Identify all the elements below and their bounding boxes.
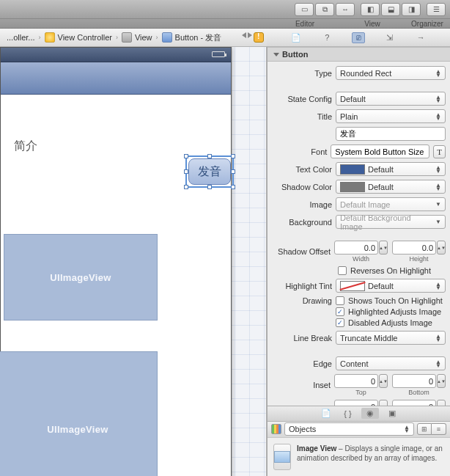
version-editor-button[interactable]: ↔ — [336, 3, 355, 16]
inset-top-field[interactable]: 0 — [334, 374, 378, 388]
inspector-tabbar: 📄 ? ≡ ⎚ ⇲ → — [267, 29, 450, 47]
highlighted-checkbox[interactable]: ✓ — [336, 307, 344, 316]
disabled-checkbox[interactable]: ✓ — [336, 318, 344, 327]
inspector-section-header[interactable]: Button — [268, 47, 450, 62]
reverses-checkbox[interactable] — [338, 266, 347, 275]
font-display — [331, 144, 429, 158]
object-library-tab[interactable]: ◉ — [361, 408, 379, 419]
section-title-text: Button — [282, 50, 308, 59]
inset-bottom-stepper[interactable]: ▲▼ — [437, 374, 446, 388]
height-sublabel: Height — [409, 255, 428, 263]
shadow-width-field[interactable]: 0.0 — [334, 241, 378, 255]
inspector-pane: Button Type Rounded Rect▲▼ State Config … — [267, 47, 450, 476]
linebreak-label: Line Break — [272, 334, 332, 343]
highlighttint-label: Highlight Tint — [272, 282, 332, 290]
type-popup[interactable]: Rounded Rect▲▼ — [336, 66, 446, 80]
shadow-width-stepper[interactable]: ▲▼ — [379, 241, 388, 255]
editor-label: Editor — [274, 20, 336, 28]
font-label: Font — [272, 147, 327, 156]
stateconfig-popup[interactable]: Default▲▼ — [336, 92, 446, 106]
view-left-button[interactable]: ◧ — [361, 3, 380, 16]
shadowcolor-popup[interactable]: Default▲▼ — [336, 180, 446, 194]
view-content[interactable]: 简介 发音 UIImageView UIImageView — [1, 95, 231, 476]
media-library-tab[interactable]: ▣ — [383, 408, 401, 419]
warning-icon[interactable] — [254, 32, 264, 43]
viewcontroller-icon — [45, 32, 55, 43]
identity-inspector-tab[interactable]: ≡ — [352, 32, 365, 43]
edge-label: Edge — [272, 359, 332, 368]
breadcrumb-root[interactable]: ...oller... — [3, 33, 39, 42]
textcolor-popup[interactable]: Default▲▼ — [336, 162, 446, 176]
connections-inspector-tab[interactable]: → — [414, 32, 427, 43]
view-segment[interactable]: ◧ ⬓ ◨ — [361, 3, 421, 16]
drawing-label: Drawing — [272, 296, 332, 305]
inset-left-stepper[interactable]: ▲▼ — [379, 400, 388, 406]
shadowoffset-label: Shadow Offset — [272, 247, 331, 256]
inset-right-stepper[interactable]: ▲▼ — [437, 400, 446, 406]
view-right-button[interactable]: ◨ — [402, 3, 421, 16]
title-type-popup[interactable]: Plain▲▼ — [336, 109, 446, 123]
showstouch-checkbox[interactable] — [336, 296, 344, 305]
status-bar — [1, 48, 231, 62]
standard-editor-button[interactable]: ▭ — [295, 3, 314, 16]
library-mode-tabs: 📄 { } ◉ ▣ — [268, 406, 450, 421]
inset-right-field[interactable]: 0 — [392, 400, 436, 406]
list-view-button[interactable]: ≡ — [432, 423, 446, 435]
edge-popup[interactable]: Content▲▼ — [336, 356, 446, 370]
highlighted-label: Highlighted Adjusts Image — [348, 307, 441, 316]
background-combobox[interactable]: Default Background Image▼ — [336, 215, 446, 229]
organizer-button[interactable]: ☰ — [427, 3, 446, 16]
size-inspector-tab[interactable]: ⇲ — [383, 32, 396, 43]
inset-bottom-field[interactable]: 0 — [392, 374, 436, 388]
pronounce-button[interactable]: 发音 — [188, 158, 231, 185]
color-swatch-icon — [340, 182, 365, 192]
breadcrumb-viewcontroller[interactable]: View Controller — [41, 32, 116, 43]
breadcrumb-view[interactable]: View — [118, 32, 156, 43]
image-combobox[interactable]: Default Image▼ — [336, 197, 446, 211]
prev-arrow-icon[interactable] — [242, 32, 246, 38]
code-snippet-tab[interactable]: { } — [339, 408, 357, 419]
file-template-tab[interactable]: 📄 — [317, 408, 335, 419]
shadow-height-field[interactable]: 0.0 — [392, 241, 436, 255]
interface-builder-canvas[interactable]: 简介 发音 UIImageView UIImageView — [0, 47, 267, 476]
organizer-label: Organizer — [409, 20, 446, 28]
imageview-1[interactable]: UIImageView — [4, 234, 158, 321]
assistant-editor-button[interactable]: ⧉ — [315, 3, 334, 16]
intro-label[interactable]: 简介 — [14, 139, 37, 154]
background-label: Background — [272, 218, 332, 227]
font-picker-button[interactable]: T — [433, 145, 446, 158]
objects-filter-popup[interactable]: Objects▲▼ — [284, 422, 414, 436]
editor-segment[interactable]: ▭ ⧉ ↔ — [295, 3, 355, 16]
imageview-2[interactable]: UIImageView — [0, 351, 158, 476]
top-sublabel: Top — [355, 389, 366, 396]
inset-left-field[interactable]: 0 — [334, 400, 378, 406]
grid-view-button[interactable]: ⊞ — [417, 423, 432, 435]
inset-label: Inset — [272, 381, 331, 389]
view-label: View — [342, 20, 403, 28]
highlighttint-popup[interactable]: Default▲▼ — [336, 279, 446, 293]
color-swatch-icon — [340, 164, 365, 175]
jump-bar[interactable]: ...oller... › View Controller › View › B… — [0, 29, 267, 47]
breadcrumb-button[interactable]: Button - 发音 — [158, 32, 226, 43]
showstouch-label: Shows Touch On Highlight — [348, 296, 443, 305]
main-toolbar: ▭ ⧉ ↔ ◧ ⬓ ◨ ☰ — [0, 0, 450, 19]
view-bottom-button[interactable]: ⬓ — [381, 3, 400, 16]
next-arrow-icon[interactable] — [248, 32, 252, 38]
library-item-thumb — [273, 444, 291, 470]
textcolor-label: Text Color — [272, 165, 332, 174]
width-sublabel: Width — [353, 255, 369, 263]
linebreak-popup[interactable]: Truncate Middle▲▼ — [336, 331, 446, 345]
button-icon — [162, 32, 172, 43]
library-item-description[interactable]: Image View – Displays a single image, or… — [268, 437, 450, 476]
view-icon — [122, 32, 132, 43]
file-inspector-tab[interactable]: 📄 — [289, 32, 303, 43]
library-view-toggle[interactable]: ⊞ ≡ — [417, 423, 446, 435]
shadow-height-stepper[interactable]: ▲▼ — [437, 241, 446, 255]
disabled-label: Disabled Adjusts Image — [348, 318, 432, 327]
library-item-title: Image View — [297, 444, 336, 453]
inset-top-stepper[interactable]: ▲▼ — [379, 374, 388, 388]
device-frame: 简介 发音 UIImageView UIImageView — [0, 47, 232, 476]
quickhelp-tab[interactable]: ? — [320, 32, 333, 43]
title-input[interactable] — [336, 127, 446, 141]
type-label: Type — [272, 69, 332, 78]
